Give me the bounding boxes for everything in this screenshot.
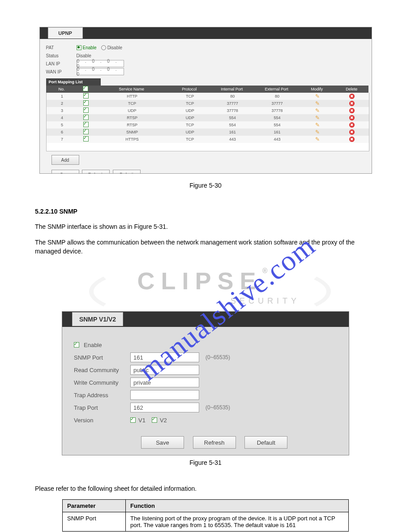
input-read-community[interactable]: public bbox=[130, 365, 199, 375]
edit-icon[interactable]: ✎ bbox=[315, 122, 320, 128]
label-trap-address: Trap Address bbox=[74, 392, 130, 399]
checkbox-enable[interactable] bbox=[74, 342, 79, 348]
label-port-mapping-list: Port Mapping List bbox=[46, 78, 101, 86]
snmp-refresh-button[interactable]: Refresh bbox=[193, 436, 236, 449]
caption-upnp: Figure 5-30 bbox=[35, 182, 376, 189]
td-param: SNMP Port bbox=[63, 512, 126, 532]
upnp-screenshot: UPNP PAT Enable Disable Status Disable L… bbox=[39, 27, 372, 174]
table-row: 3UDPUDP3777837778✎✖ bbox=[47, 107, 369, 114]
add-button[interactable]: Add bbox=[51, 155, 79, 165]
th-parameter: Parameter bbox=[63, 500, 126, 512]
checkbox-icon[interactable] bbox=[83, 136, 89, 142]
input-wanip[interactable]: 0 . 0 . 0 . 0 bbox=[77, 68, 124, 75]
label-lanip: LAN IP bbox=[46, 61, 77, 66]
delete-icon[interactable]: ✖ bbox=[349, 115, 355, 120]
snmp-screenshot: SNMP V1/V2 Enable SNMP Port 161 (0~65535… bbox=[62, 311, 349, 455]
input-lanip[interactable]: 0 . 0 . 0 . 0 bbox=[77, 60, 124, 67]
label-write-community: Write Community bbox=[74, 379, 130, 386]
delete-icon[interactable]: ✖ bbox=[349, 94, 355, 99]
param-table: Parameter Function SNMP Port The listeni… bbox=[62, 499, 349, 532]
default-button[interactable]: Default bbox=[113, 170, 141, 174]
checkbox-icon[interactable] bbox=[83, 115, 89, 120]
checkbox-icon[interactable] bbox=[83, 129, 89, 134]
edit-icon[interactable]: ✎ bbox=[315, 107, 320, 114]
checkbox-all[interactable] bbox=[83, 86, 88, 91]
label-enable: Enable bbox=[84, 342, 102, 348]
checkbox-icon[interactable] bbox=[83, 100, 89, 106]
radio-pat-enable[interactable] bbox=[77, 45, 81, 50]
tab-snmp[interactable]: SNMP V1/V2 bbox=[72, 312, 123, 326]
delete-icon[interactable]: ✖ bbox=[349, 137, 355, 142]
heading-snmp: 5.2.2.10 SNMP bbox=[35, 207, 376, 216]
col-service: Service Name bbox=[94, 86, 169, 93]
label-version: Version bbox=[74, 417, 130, 424]
text-snmp-desc: The SNMP allows the communication betwee… bbox=[35, 238, 376, 256]
radio-pat-enable-label: Enable bbox=[83, 45, 97, 50]
table-row: 7HTTPSTCP443443✎✖ bbox=[47, 136, 369, 143]
label-trap-port: Trap Port bbox=[74, 404, 130, 411]
input-write-community[interactable]: private bbox=[130, 378, 199, 387]
snmp-topbar: SNMP V1/V2 bbox=[62, 312, 349, 327]
label-wanip: WAN IP bbox=[46, 69, 77, 74]
hint-trap-port: (0~65535) bbox=[206, 404, 230, 411]
radio-pat-disable[interactable] bbox=[101, 45, 106, 50]
edit-icon[interactable]: ✎ bbox=[315, 93, 320, 99]
table-row: 4RTSPUDP554554✎✖ bbox=[47, 114, 369, 121]
delete-icon[interactable]: ✖ bbox=[349, 101, 355, 106]
port-map-table: No. Service Name Protocol Internal Port … bbox=[46, 86, 368, 93]
edit-icon[interactable]: ✎ bbox=[315, 129, 320, 135]
delete-icon[interactable]: ✖ bbox=[349, 122, 355, 128]
col-intport: Internal Port bbox=[210, 86, 254, 93]
label-v2: V2 bbox=[160, 417, 167, 424]
delete-icon[interactable]: ✖ bbox=[349, 108, 355, 113]
delete-icon[interactable]: ✖ bbox=[349, 129, 355, 135]
refresh-button[interactable]: Refresh bbox=[82, 170, 110, 174]
caption-snmp: Figure 5-31 bbox=[35, 459, 376, 466]
edit-icon[interactable]: ✎ bbox=[315, 100, 320, 107]
table-row: 1HTTPTCP8080✎✖ bbox=[47, 93, 369, 100]
col-protocol: Protocol bbox=[169, 86, 210, 93]
input-trap-port[interactable]: 162 bbox=[130, 403, 199, 412]
logo-eclipse: CLIPSE® bbox=[35, 267, 376, 295]
upnp-topbar: UPNP bbox=[40, 27, 372, 39]
td-func: The listening port of the proxy program … bbox=[126, 512, 349, 532]
checkbox-icon[interactable] bbox=[83, 93, 89, 99]
label-pat: PAT bbox=[46, 45, 77, 50]
table-row: 6SNMPUDP161161✎✖ bbox=[47, 129, 369, 136]
checkbox-icon[interactable] bbox=[83, 122, 89, 127]
col-modify: Modify bbox=[299, 86, 335, 93]
th-function: Function bbox=[126, 500, 349, 512]
col-delete: Delete bbox=[335, 86, 368, 93]
value-status: Disable bbox=[77, 53, 91, 58]
checkbox-v2[interactable] bbox=[152, 417, 157, 423]
label-snmp-port: SNMP Port bbox=[74, 354, 130, 361]
text-snmp-intro: The SNMP interface is shown as in Figure… bbox=[35, 222, 376, 231]
radio-pat-disable-label: Disable bbox=[107, 45, 122, 50]
input-trap-address[interactable] bbox=[130, 390, 199, 400]
col-extport: External Port bbox=[254, 86, 299, 93]
checkbox-icon[interactable] bbox=[83, 107, 89, 113]
snmp-default-button[interactable]: Default bbox=[244, 436, 287, 449]
snmp-save-button[interactable]: Save bbox=[141, 436, 184, 449]
edit-icon[interactable]: ✎ bbox=[315, 136, 320, 142]
table-row: 2TCPTCP3777737777✎✖ bbox=[47, 100, 369, 107]
edit-icon[interactable]: ✎ bbox=[315, 115, 320, 121]
input-snmp-port[interactable]: 161 bbox=[130, 352, 199, 362]
label-status: Status bbox=[46, 53, 77, 58]
text-refer-sheet: Please refer to the following sheet for … bbox=[35, 484, 376, 493]
tab-upnp[interactable]: UPNP bbox=[48, 27, 83, 39]
hint-snmp-port: (0~65535) bbox=[206, 354, 230, 360]
label-v1: V1 bbox=[138, 417, 146, 424]
save-button[interactable]: Save bbox=[51, 170, 79, 174]
col-check bbox=[77, 86, 94, 93]
checkbox-v1[interactable] bbox=[130, 417, 136, 423]
table-row: 5RTSPTCP554554✎✖ bbox=[47, 121, 369, 129]
label-read-community: Read Community bbox=[74, 367, 130, 373]
col-no: No. bbox=[46, 86, 77, 93]
